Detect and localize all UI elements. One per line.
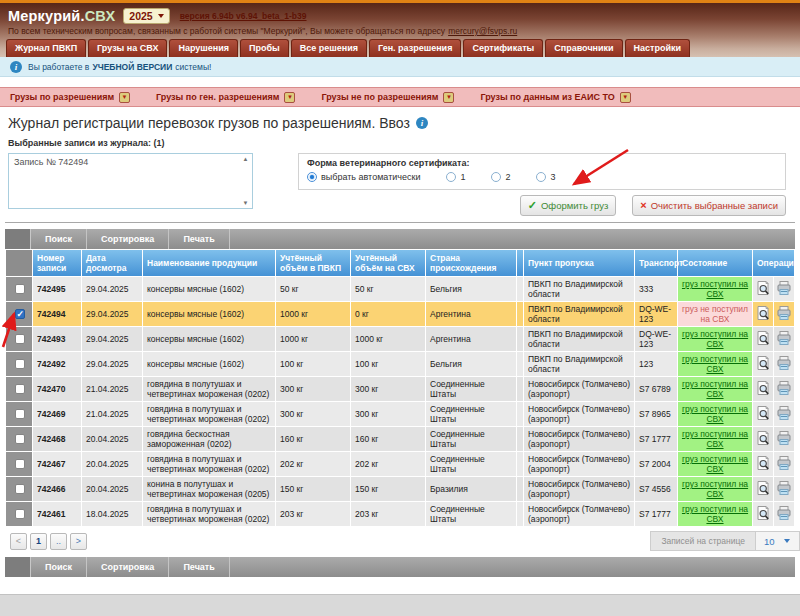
spacer-cell (517, 427, 523, 451)
row-checkbox[interactable] (15, 509, 25, 519)
spacer-column-header (517, 250, 523, 276)
status-arrived-link[interactable]: груз поступил на СВХ (682, 379, 748, 399)
cert-option-3[interactable]: 3 (536, 172, 555, 182)
cargo-menu-item-2[interactable]: Грузы не по разрешениям▼ (321, 92, 454, 103)
nav-tab-8[interactable]: Настройки (625, 39, 690, 57)
cert-option-0[interactable]: выбрать автоматически (307, 172, 420, 182)
radio-icon[interactable] (536, 172, 546, 182)
row-checkbox[interactable] (15, 284, 25, 294)
view-document-icon[interactable] (755, 455, 771, 471)
nav-tab-1[interactable]: Грузы на СВХ (88, 39, 167, 57)
nav-tab-4[interactable]: Все решения (291, 39, 367, 57)
submit-cargo-button[interactable]: ✓Оформить груз (520, 195, 617, 216)
column-header-6: Пункт пропуска (524, 250, 634, 276)
cell-status: груз не поступил на СВХ (678, 302, 752, 326)
pagination-page-1[interactable]: 1 (30, 533, 47, 550)
view-document-icon[interactable] (755, 330, 771, 346)
spacer-cell (517, 302, 523, 326)
support-email-link[interactable]: mercury@fsvps.ru (448, 26, 517, 36)
nav-tab-2[interactable]: Нарушения (169, 39, 238, 57)
status-arrived-link[interactable]: груз поступил на СВХ (682, 429, 748, 449)
radio-icon[interactable] (446, 172, 456, 182)
status-arrived-link[interactable]: груз поступил на СВХ (682, 504, 748, 524)
status-arrived-link[interactable]: груз поступил на СВХ (682, 479, 748, 499)
radio-icon[interactable] (307, 172, 317, 182)
nav-tab-6[interactable]: Сертификаты (463, 39, 543, 57)
page-title: Журнал регистрации перевозок грузов по р… (8, 115, 410, 131)
print-icon[interactable] (776, 330, 792, 346)
scroll-up-icon[interactable]: ▲ (243, 156, 249, 162)
cell-origin-country: Соединенные Штаты (426, 377, 516, 401)
row-checkbox[interactable] (15, 409, 25, 419)
print-icon[interactable] (776, 405, 792, 421)
toolbar-item-2[interactable]: Печать (169, 229, 229, 249)
status-arrived-link[interactable]: груз поступил на СВХ (682, 354, 748, 374)
year-select[interactable]: 2025 (123, 8, 169, 24)
cert-option-1[interactable]: 1 (446, 172, 465, 182)
pagination-next[interactable]: > (70, 533, 87, 550)
print-icon[interactable] (776, 455, 792, 471)
status-arrived-link[interactable]: груз поступил на СВХ (682, 404, 748, 424)
pagination-prev[interactable]: < (10, 533, 27, 550)
row-checkbox[interactable] (15, 459, 25, 469)
toolbar-item-1[interactable]: Сортировка (87, 229, 169, 249)
scroll-down-icon[interactable]: ▼ (243, 200, 249, 206)
view-document-icon[interactable] (755, 355, 771, 371)
per-page-select[interactable]: 10 (756, 531, 800, 551)
row-checkbox[interactable] (15, 384, 25, 394)
status-arrived-link[interactable]: груз поступил на СВХ (682, 454, 748, 474)
row-checkbox[interactable] (15, 309, 25, 319)
toolbar-item-1[interactable]: Сортировка (87, 557, 169, 577)
cargo-menu-bar: Грузы по разрешениям▼Грузы по ген. разре… (0, 87, 800, 107)
nav-tab-7[interactable]: Справочники (545, 39, 622, 57)
toolbar-item-0[interactable]: Поиск (31, 557, 87, 577)
table-toolbar-top: ПоискСортировкаПечать (5, 229, 795, 249)
row-checkbox[interactable] (15, 359, 25, 369)
print-icon[interactable] (776, 380, 792, 396)
clear-selection-button[interactable]: ×Очистить выбранные записи (632, 195, 786, 216)
cargo-menu-item-3[interactable]: Грузы по данным из ЕАИС ТО▼ (480, 92, 630, 103)
cell-volume-pvkp: 203 кг (276, 502, 350, 526)
toolbar-item-0[interactable]: Поиск (31, 229, 87, 249)
view-document-icon[interactable] (755, 430, 771, 446)
view-document-icon[interactable] (755, 280, 771, 296)
row-checkbox[interactable] (15, 334, 25, 344)
view-document-icon[interactable] (755, 505, 771, 521)
operation-print-cell (774, 302, 794, 326)
title-info-icon[interactable]: i (416, 117, 428, 129)
print-icon[interactable] (776, 355, 792, 371)
view-document-icon[interactable] (755, 380, 771, 396)
cell-record-number: 742493 (33, 327, 81, 351)
row-checkbox[interactable] (15, 434, 25, 444)
cell-volume-pvkp: 300 кг (276, 377, 350, 401)
print-icon[interactable] (776, 430, 792, 446)
radio-icon[interactable] (491, 172, 501, 182)
dropdown-icon: ▼ (443, 92, 454, 103)
cell-volume-svh: 100 кг (351, 352, 425, 376)
cert-option-2[interactable]: 2 (491, 172, 510, 182)
nav-tab-0[interactable]: Журнал ПВКП (6, 39, 86, 57)
print-icon[interactable] (776, 280, 792, 296)
view-document-icon[interactable] (755, 305, 771, 321)
cargo-menu-item-0[interactable]: Грузы по разрешениям▼ (10, 92, 130, 103)
listbox-scrollbar[interactable]: ▲▼ (239, 154, 252, 208)
print-icon[interactable] (776, 305, 792, 321)
status-arrived-link[interactable]: груз поступил на СВХ (682, 279, 748, 299)
selected-records-listbox[interactable]: Запись № 742494 ▲▼ (8, 153, 253, 209)
view-document-icon[interactable] (755, 480, 771, 496)
nav-tab-5[interactable]: Ген. разрешения (369, 39, 461, 57)
nav-tab-3[interactable]: Пробы (240, 39, 289, 57)
pagination-more[interactable]: .. (50, 533, 67, 550)
cell-volume-svh: 160 кг (351, 427, 425, 451)
listbox-item[interactable]: Запись № 742494 (14, 157, 234, 167)
cargo-menu-item-1[interactable]: Грузы по ген. разрешениям▼ (156, 92, 295, 103)
print-icon[interactable] (776, 480, 792, 496)
cell-transport: DQ-WE-123 (635, 302, 677, 326)
version-link[interactable]: версия 6.94b v6.94_beta_1-b39 (180, 11, 307, 21)
status-arrived-link[interactable]: груз поступил на СВХ (682, 329, 748, 349)
table-row-742494: 74249429.04.2025консервы мясные (1602)10… (6, 302, 794, 326)
row-checkbox[interactable] (15, 484, 25, 494)
toolbar-item-2[interactable]: Печать (169, 557, 229, 577)
view-document-icon[interactable] (755, 405, 771, 421)
print-icon[interactable] (776, 505, 792, 521)
